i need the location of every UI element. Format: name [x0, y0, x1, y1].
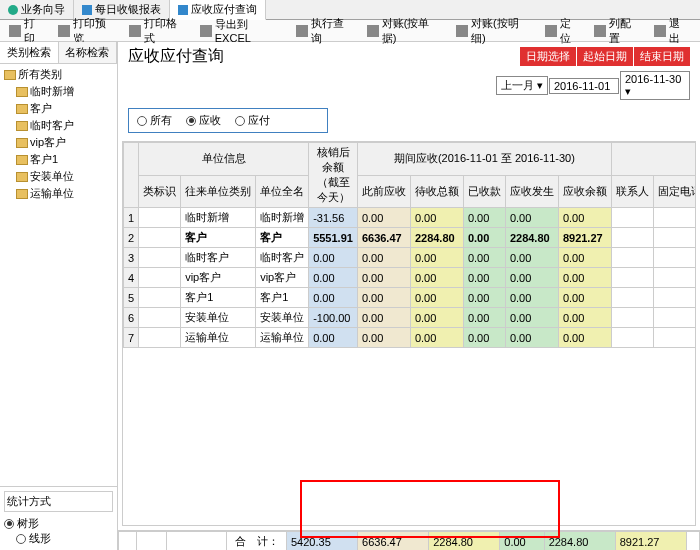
- stat-title: 统计方式: [4, 491, 113, 512]
- tree-item[interactable]: 临时客户: [2, 117, 115, 134]
- folder-icon: [4, 70, 16, 80]
- preview-icon: [58, 25, 70, 37]
- totals-label: 合 计：: [227, 532, 287, 551]
- folder-icon: [16, 104, 28, 114]
- col-header[interactable]: 此前应收: [357, 175, 410, 208]
- col-group-contact: 联系方式: [611, 143, 696, 176]
- table-row[interactable]: 4vip客户vip客户0.000.000.000.000.000.00: [124, 268, 697, 288]
- col-group-unit: 单位信息: [139, 143, 309, 176]
- col-balance: 核销后余额 （截至今天）: [309, 143, 358, 208]
- stat-tree-radio[interactable]: 树形: [4, 516, 113, 531]
- col-header[interactable]: 单位全名: [256, 175, 309, 208]
- locate-icon: [545, 25, 557, 37]
- stat-line-radio[interactable]: 线形: [16, 531, 113, 546]
- table-row[interactable]: 3临时客户临时客户0.000.000.000.000.000.00: [124, 248, 697, 268]
- col-header[interactable]: 已收款: [463, 175, 505, 208]
- exit-icon: [654, 25, 666, 37]
- table-row[interactable]: 6安装单位安装单位-100.000.000.000.000.000.00: [124, 308, 697, 328]
- content: 应收应付查询 日期选择 起始日期 结束日期 上一月 ▾ 2016-11-01 2…: [118, 42, 700, 550]
- data-grid[interactable]: 单位信息 核销后余额 （截至今天） 期间应收(2016-11-01 至 2016…: [122, 141, 696, 526]
- folder-icon: [16, 138, 28, 148]
- col-header[interactable]: 固定电话: [653, 175, 696, 208]
- excel-icon: [200, 25, 212, 37]
- date-to-input[interactable]: 2016-11-30 ▾: [620, 71, 690, 100]
- tree-item[interactable]: 临时新增: [2, 83, 115, 100]
- tree-item[interactable]: 客户: [2, 100, 115, 117]
- recon-icon: [456, 25, 468, 37]
- col-header[interactable]: 应收余额: [558, 175, 611, 208]
- filter-ap-radio[interactable]: 应付: [235, 113, 270, 128]
- table-row[interactable]: 2客户客户5551.916636.472284.800.002284.80892…: [124, 228, 697, 248]
- category-tree[interactable]: 所有类别 临时新增客户临时客户vip客户客户1安装单位运输单位: [0, 64, 117, 486]
- col-header[interactable]: 待收总额: [410, 175, 463, 208]
- run-icon: [296, 25, 308, 37]
- table-row[interactable]: 5客户1客户10.000.000.000.000.000.00: [124, 288, 697, 308]
- sidebar: 类别检索 名称检索 所有类别 临时新增客户临时客户vip客户客户1安装单位运输单…: [0, 42, 118, 550]
- date-range-select[interactable]: 上一月 ▾: [496, 76, 548, 95]
- toolbar: 打印 打印预览 打印格式 导出到EXCEL 执行查询 对账(按单据) 对账(按明…: [0, 20, 700, 42]
- tree-item[interactable]: 安装单位: [2, 168, 115, 185]
- tree-item[interactable]: 客户1: [2, 151, 115, 168]
- tree-root[interactable]: 所有类别: [2, 66, 115, 83]
- print-icon: [9, 25, 21, 37]
- col-header[interactable]: 应收发生: [505, 175, 558, 208]
- tree-item[interactable]: 运输单位: [2, 185, 115, 202]
- stat-mode: 统计方式 树形 线形: [0, 486, 117, 550]
- col-header[interactable]: 类标识: [139, 175, 181, 208]
- table-row[interactable]: 1临时新增临时新增-31.560.000.000.000.000.00: [124, 208, 697, 228]
- folder-icon: [16, 189, 28, 199]
- filter-group: 所有 应收 应付: [128, 108, 328, 133]
- tree-item[interactable]: vip客户: [2, 134, 115, 151]
- export-excel-button[interactable]: 导出到EXCEL: [197, 16, 287, 45]
- date-from-input[interactable]: 2016-11-01: [549, 78, 619, 94]
- format-icon: [129, 25, 141, 37]
- filter-ar-radio[interactable]: 应收: [186, 113, 221, 128]
- side-tab-name[interactable]: 名称检索: [59, 42, 118, 63]
- date-to-label: 结束日期: [634, 47, 690, 66]
- side-tab-category[interactable]: 类别检索: [0, 42, 59, 63]
- col-header[interactable]: 联系人: [611, 175, 653, 208]
- col-header[interactable]: 往来单位类别: [181, 175, 256, 208]
- page-title: 应收应付查询: [128, 46, 224, 67]
- folder-icon: [16, 121, 28, 131]
- folder-icon: [16, 172, 28, 182]
- folder-icon: [16, 155, 28, 165]
- grid-icon: [178, 5, 188, 15]
- date-from-label: 起始日期: [577, 47, 633, 66]
- totals-row: 合 计：5420.356636.472284.800.002284.808921…: [118, 530, 700, 550]
- leaf-icon: [8, 5, 18, 15]
- col-group-period: 期间应收(2016-11-01 至 2016-11-30): [357, 143, 611, 176]
- cols-icon: [594, 25, 606, 37]
- date-select-label: 日期选择: [520, 47, 576, 66]
- grid-icon: [82, 5, 92, 15]
- date-bar: 日期选择 起始日期 结束日期: [520, 47, 690, 66]
- table-row[interactable]: 7运输单位运输单位0.000.000.000.000.000.00: [124, 328, 697, 348]
- filter-all-radio[interactable]: 所有: [137, 113, 172, 128]
- folder-icon: [16, 87, 28, 97]
- recon-icon: [367, 25, 379, 37]
